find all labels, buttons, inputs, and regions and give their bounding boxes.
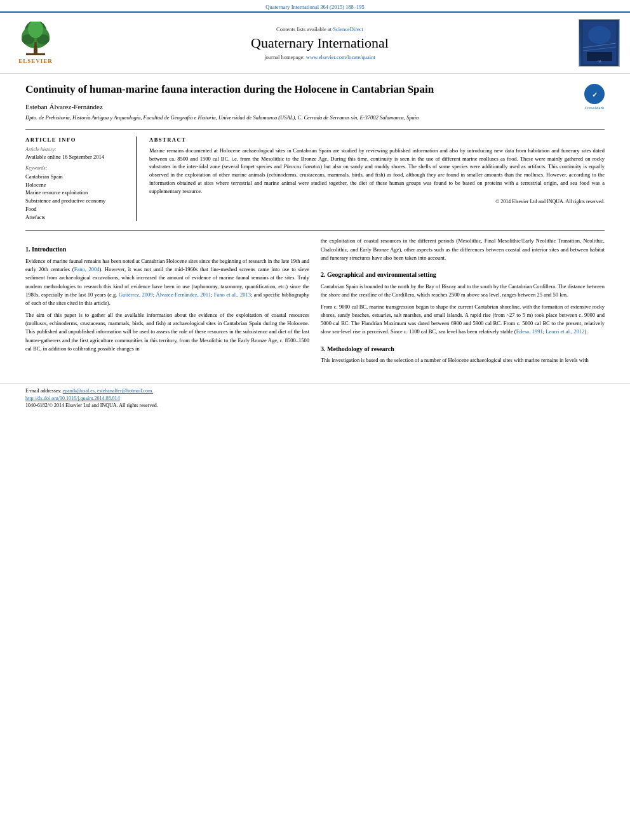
keyword-item: Marine resource exploitation <box>25 189 128 197</box>
homepage-line: journal homepage: www.elsevier.com/locat… <box>69 54 571 60</box>
divider-2 <box>25 230 605 230</box>
svg-rect-8 <box>34 44 37 48</box>
abstract-column: ABSTRACT Marine remains documented at Ho… <box>149 137 605 222</box>
section2-heading: 2. Geographical and environmental settin… <box>321 270 605 280</box>
abstract-copyright: © 2014 Elsevier Ltd and INQUA. All right… <box>149 199 605 204</box>
journal-center-header: Contents lists available at ScienceDirec… <box>69 26 571 60</box>
svg-point-13 <box>588 26 611 44</box>
journal-cover-svg: QI <box>580 19 619 67</box>
article-content: ✓ CrossMark Continuity of human-marine f… <box>0 74 630 377</box>
keyword-item: Subsistence and productive economy <box>25 197 128 205</box>
section3-heading: 3. Methodology of research <box>321 344 605 354</box>
body-left-column: 1. Introduction Evidence of marine fauna… <box>25 237 309 368</box>
crossmark-badge-container: ✓ CrossMark <box>584 84 605 110</box>
abstract-text: Marine remains documented at Holocene ar… <box>149 147 605 196</box>
section1-p1: Evidence of marine faunal remains has be… <box>25 257 309 307</box>
ref-leorri2012[interactable]: Leorri et al., 2012 <box>546 328 584 335</box>
elsevier-tree-icon <box>17 22 55 57</box>
section1-p2: The aim of this paper is to gather all t… <box>25 311 309 353</box>
article-history-value: Available online 16 September 2014 <box>25 154 128 160</box>
elsevier-logo: ELSEVIER <box>10 22 61 64</box>
keyword-item: Artefacts <box>25 213 128 222</box>
keyword-item: Holocene <box>25 181 128 189</box>
article-history-label: Article history: <box>25 147 128 152</box>
journal-cover-inner: QI <box>579 20 619 66</box>
svg-text:✓: ✓ <box>592 91 598 98</box>
sciencedirect-link[interactable]: ScienceDirect <box>333 26 363 32</box>
svg-point-7 <box>34 42 37 44</box>
section2-p2: From c. 9000 cal BC, marine transgressio… <box>321 303 605 337</box>
title-row: ✓ CrossMark Continuity of human-marine f… <box>25 83 605 97</box>
divider-1 <box>25 130 605 130</box>
affiliation-text: Dpto. de Prehistoria, Historia Antigua y… <box>25 114 605 122</box>
author-name: Esteban Álvarez-Fernández <box>25 103 605 110</box>
footer-copyright: 1040-6182/© 2014 Elsevier Ltd and INQUA.… <box>25 403 605 408</box>
ref-fano2004[interactable]: Fano, 2004 <box>74 266 100 272</box>
abstract-label: ABSTRACT <box>149 137 605 143</box>
journal-cover-image: QI <box>579 19 620 67</box>
section1-heading: 1. Introduction <box>25 244 309 255</box>
keywords-label: Keywords: <box>25 165 128 171</box>
article-title: Continuity of human-marine fauna interac… <box>25 83 605 97</box>
elsevier-brand-label: ELSEVIER <box>18 58 53 64</box>
section1-col2-p1: the exploitation of coastal resources in… <box>321 237 605 262</box>
keyword-item: Cantabrian Spain <box>25 173 128 181</box>
journal-header: ELSEVIER Contents lists available at Sci… <box>0 11 630 74</box>
article-info-label: ARTICLE INFO <box>25 137 128 143</box>
ref-edeso1991[interactable]: Edeso, 1991 <box>516 328 543 335</box>
footer-doi[interactable]: http://dx.doi.org/10.1016/j.quaint.2014.… <box>25 396 605 401</box>
crossmark-label: CrossMark <box>584 105 605 110</box>
article-info-column: ARTICLE INFO Article history: Available … <box>25 137 137 222</box>
keyword-item: Food <box>25 205 128 213</box>
journal-title: Quaternary International <box>69 35 571 51</box>
footer-email-line: E-mail addresses: epanik@usal.es, esteha… <box>25 388 605 394</box>
footer-email-link[interactable]: epanik@usal.es, estehanalfer@hotmail.com… <box>63 388 153 394</box>
page-wrapper: Quaternary International 364 (2015) 188–… <box>0 0 630 840</box>
contents-available-text: Contents lists available at ScienceDirec… <box>69 26 571 32</box>
journal-ref-text: Quaternary International 364 (2015) 188–… <box>265 4 364 10</box>
body-columns: 1. Introduction Evidence of marine fauna… <box>25 237 605 368</box>
keywords-list: Cantabrian Spain Holocene Marine resourc… <box>25 173 128 222</box>
ref-alvarez2011[interactable]: Álvarez-Fernández, 2011 <box>156 291 211 298</box>
journal-top-reference: Quaternary International 364 (2015) 188–… <box>0 0 630 11</box>
ref-fano2013[interactable]: Fano et al., 2013 <box>214 291 251 298</box>
section3-p1: This investigation is based on the selec… <box>321 356 605 364</box>
info-abstract-section: ARTICLE INFO Article history: Available … <box>25 137 605 222</box>
svg-rect-1 <box>26 53 45 55</box>
footer-section: E-mail addresses: epanik@usal.es, esteha… <box>0 383 630 413</box>
svg-text:QI: QI <box>598 60 601 63</box>
crossmark-icon: ✓ <box>584 84 605 104</box>
ref-gutierrez2009[interactable]: Gutiérrez, 2009 <box>119 291 153 298</box>
section2-p1: Cantabrian Spain is bounded to the north… <box>321 283 605 299</box>
journal-homepage-link[interactable]: www.elsevier.com/locate/quaint <box>306 54 375 60</box>
body-right-column: the exploitation of coastal resources in… <box>321 237 605 368</box>
